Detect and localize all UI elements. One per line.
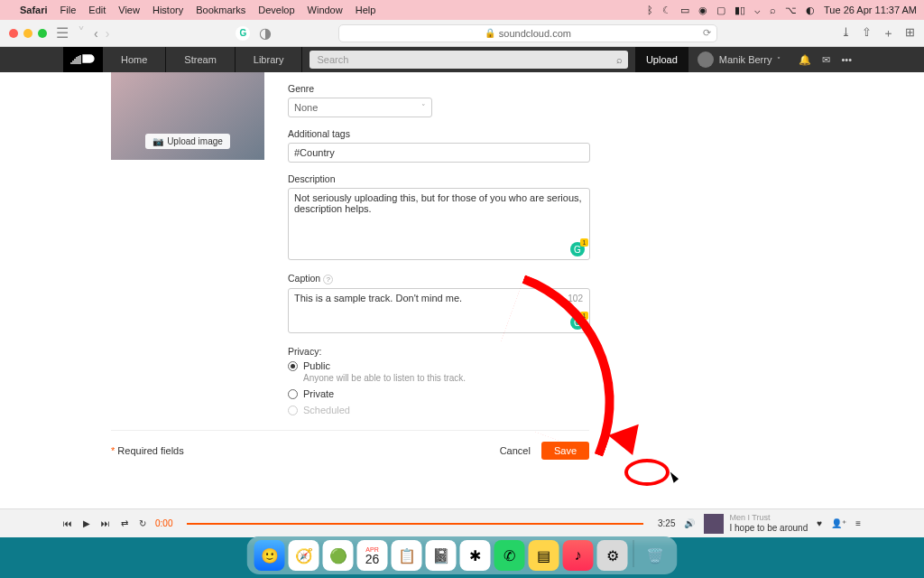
next-track-button[interactable]: ⏭ <box>101 518 110 528</box>
sidebar-toggle-icon[interactable]: ☰ <box>56 24 69 42</box>
play-button[interactable]: ▶ <box>83 518 90 528</box>
menu-window[interactable]: Window <box>308 5 343 15</box>
track-title: I hope to be around <box>729 523 808 533</box>
close-window-button[interactable] <box>9 29 18 38</box>
soundcloud-topnav: Home Stream Library Search ⌕ Upload Mani… <box>0 47 924 72</box>
notifications-icon[interactable]: 🔔 <box>799 54 811 66</box>
privacy-label: Privacy: <box>288 346 590 357</box>
screen-mirror-icon[interactable]: ▭ <box>680 5 689 16</box>
upload-image-button[interactable]: 📷 Upload image <box>145 134 230 149</box>
required-fields-note: * Required fields <box>111 445 184 456</box>
dock-notes[interactable]: ▤ <box>529 540 559 571</box>
macos-dock: 🙂 🧭 🟢 APR26 📋 📓 ✱ ✆ ▤ ♪ ⚙ 🗑️ <box>247 536 678 574</box>
safari-toolbar: ☰ ˅ ‹ › G ◑ 🔒 soundcloud.com ⟳ ⤓ ⇧ ＋ ⊞ <box>0 20 924 47</box>
tags-input[interactable] <box>288 143 590 163</box>
description-label: Description <box>288 173 590 184</box>
radio-scheduled <box>288 406 298 415</box>
cancel-button[interactable]: Cancel <box>500 445 531 456</box>
menu-file[interactable]: File <box>60 5 77 15</box>
progress-bar[interactable] <box>187 523 643 525</box>
duration: 3:25 <box>658 518 675 528</box>
back-button[interactable]: ‹ <box>94 26 98 41</box>
record-icon[interactable]: ◉ <box>698 5 707 16</box>
spotlight-icon[interactable]: ⌕ <box>770 5 776 15</box>
privacy-report-icon[interactable]: ◑ <box>259 24 272 42</box>
control-center-icon[interactable]: ⌥ <box>785 5 797 16</box>
dock-trash[interactable]: 🗑️ <box>640 540 670 571</box>
battery-icon[interactable]: ▮▯ <box>735 5 745 16</box>
url-text: soundcloud.com <box>499 28 571 39</box>
tab-overview-icon[interactable]: ⊞ <box>905 25 915 42</box>
address-bar[interactable]: 🔒 soundcloud.com ⟳ <box>338 24 717 42</box>
window-controls[interactable] <box>9 29 47 38</box>
nav-home[interactable]: Home <box>103 47 166 72</box>
more-icon[interactable]: ••• <box>841 54 852 66</box>
siri-icon[interactable]: ◐ <box>806 5 815 16</box>
help-icon[interactable]: ? <box>323 275 333 284</box>
dock-chrome[interactable]: 🟢 <box>323 540 354 571</box>
dock-settings[interactable]: ⚙ <box>597 540 628 571</box>
username: Manik Berry <box>719 54 772 65</box>
grammarly-extension-icon[interactable]: G <box>236 26 250 41</box>
like-button[interactable]: ♥ <box>817 518 822 528</box>
display-icon[interactable]: ▢ <box>716 5 725 16</box>
genre-select[interactable]: None ˅ <box>288 98 432 117</box>
soundcloud-logo[interactable] <box>63 47 103 72</box>
dock-notion[interactable]: 📓 <box>426 540 457 571</box>
queue-button[interactable]: ≡ <box>855 518 861 528</box>
dock-finder[interactable]: 🙂 <box>254 540 285 571</box>
minimize-window-button[interactable] <box>23 29 32 38</box>
menu-help[interactable]: Help <box>356 5 376 15</box>
dock-slack[interactable]: ✱ <box>460 540 491 571</box>
menubar-clock[interactable]: Tue 26 Apr 11:37 AM <box>824 5 917 15</box>
share-icon[interactable]: ⇧ <box>862 25 872 42</box>
caption-textarea[interactable] <box>288 288 590 333</box>
description-textarea[interactable] <box>288 188 590 260</box>
user-menu[interactable]: Manik Berry ˅ <box>688 51 790 68</box>
grammarly-badge-icon[interactable]: G <box>570 315 585 330</box>
menu-bookmarks[interactable]: Bookmarks <box>196 5 245 15</box>
menubar-app-name[interactable]: Safari <box>20 5 48 15</box>
macos-menubar: Safari File Edit View History Bookmarks … <box>0 0 924 20</box>
messages-icon[interactable]: ✉ <box>822 54 830 66</box>
wifi-icon[interactable]: ⌵ <box>754 5 761 16</box>
shuffle-button[interactable]: ⇄ <box>121 518 128 528</box>
forward-button[interactable]: › <box>106 26 110 41</box>
bluetooth-icon[interactable]: ᛒ <box>647 5 653 15</box>
grammarly-badge-icon[interactable]: G <box>570 242 585 256</box>
caption-char-count: 102 <box>568 294 583 303</box>
privacy-public[interactable]: Public Anyone will be able to listen to … <box>288 360 590 383</box>
genre-label: Genre <box>288 83 590 94</box>
do-not-disturb-icon[interactable]: ☾ <box>662 5 671 16</box>
new-tab-icon[interactable]: ＋ <box>882 25 894 42</box>
dock-calendar[interactable]: APR26 <box>357 540 388 571</box>
radio-public[interactable] <box>288 361 298 371</box>
upload-link[interactable]: Upload <box>635 47 688 72</box>
search-icon[interactable]: ⌕ <box>616 54 623 65</box>
save-button[interactable]: Save <box>541 442 589 460</box>
dock-reminders[interactable]: 📋 <box>392 540 422 571</box>
zoom-window-button[interactable] <box>38 29 47 38</box>
dock-whatsapp[interactable]: ✆ <box>494 540 525 571</box>
nav-library[interactable]: Library <box>236 47 303 72</box>
repeat-button[interactable]: ↻ <box>139 518 146 528</box>
menu-view[interactable]: View <box>118 5 140 15</box>
downloads-icon[interactable]: ⤓ <box>841 25 851 42</box>
lock-icon: 🔒 <box>485 28 495 38</box>
volume-icon[interactable]: 🔊 <box>684 518 695 528</box>
reload-icon[interactable]: ⟳ <box>703 27 711 39</box>
search-input[interactable]: Search ⌕ <box>310 51 627 69</box>
menu-edit[interactable]: Edit <box>88 5 106 15</box>
radio-private[interactable] <box>288 389 298 399</box>
follow-button[interactable]: 👤⁺ <box>831 518 846 528</box>
now-playing[interactable]: Men I Trust I hope to be around <box>704 514 808 534</box>
page-content: 📷 Upload image Genre None ˅ Additional t… <box>0 72 924 508</box>
privacy-private[interactable]: Private <box>288 388 590 399</box>
tags-label: Additional tags <box>288 128 590 139</box>
nav-stream[interactable]: Stream <box>166 47 235 72</box>
dock-music[interactable]: ♪ <box>563 540 594 571</box>
dock-safari[interactable]: 🧭 <box>289 540 319 571</box>
menu-develop[interactable]: Develop <box>258 5 294 15</box>
prev-track-button[interactable]: ⏮ <box>63 518 72 528</box>
menu-history[interactable]: History <box>152 5 183 15</box>
